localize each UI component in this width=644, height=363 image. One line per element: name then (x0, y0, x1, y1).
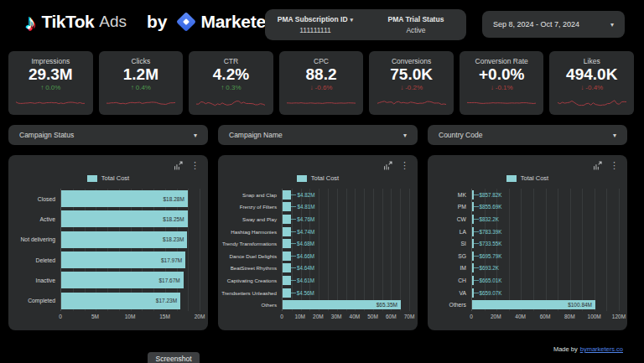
kpi-title: CPC (279, 57, 364, 65)
bar-rows: $4.82M$4.81M$4.76M$4.74M$4.68M$4.66M$4.6… (283, 189, 409, 311)
kebab-menu-icon[interactable]: ⋮ (610, 161, 619, 170)
axis-tick: 70M (404, 314, 415, 319)
category-label: Others (226, 298, 282, 311)
caret-down-icon: ▾ (351, 17, 354, 23)
leader-line (474, 267, 479, 268)
category-label: Hashtag Harmonies (226, 226, 282, 238)
total-cost-bar[interactable]: $17.23M (61, 293, 180, 309)
total-cost-bar[interactable]: $18.25M (61, 210, 188, 227)
category-label: Sway and Play (226, 213, 282, 226)
kpi-title: Impressions (8, 57, 93, 65)
bar-value-label: $18.28M (164, 196, 188, 202)
chart-plot-area: ClosedActiveNot deliveringDeletedInactiv… (17, 189, 200, 311)
bar-value-text: $4.76M (297, 216, 314, 222)
bar-value-label: $832.2K (474, 216, 499, 222)
plot: $4.82M$4.81M$4.76M$4.74M$4.68M$4.66M$4.6… (282, 189, 409, 311)
filter-dropdown-country-code[interactable]: Country Code▾ (428, 125, 627, 145)
bar-row: $17.97M (61, 250, 200, 270)
bar-value-text: $4.66M (297, 253, 314, 259)
total-cost-bar[interactable] (283, 202, 291, 211)
category-label: CW (436, 213, 471, 226)
axis-tick: 10M (125, 314, 136, 319)
bar-value-label: $17.67M (158, 277, 183, 283)
charts-row: ⋮Total CostClosedActiveNot deliveringDel… (8, 155, 627, 330)
kpi-delta-value: 0.4% (136, 84, 151, 91)
export-chart-icon[interactable] (383, 161, 392, 170)
kpi-value: 494.0K (549, 65, 634, 83)
category-label: Captivating Creations (226, 274, 282, 287)
arrow-down-icon: ↓ (580, 84, 584, 91)
kebab-menu-icon[interactable]: ⋮ (190, 161, 200, 170)
bar-value-label: $665.01K (474, 277, 502, 283)
total-cost-bar[interactable] (283, 190, 291, 200)
category-label: BeatStreet Rhythms (226, 262, 282, 275)
kpi-card-likes: Likes494.0K↓-0.4% (549, 51, 634, 115)
axis-tick: 0 (470, 314, 473, 319)
date-range-picker[interactable]: Sep 8, 2024 - Oct 7, 2024 ▾ (482, 11, 625, 38)
category-label: Completed (17, 291, 60, 311)
pma-subscription-dropdown[interactable]: PMA Subscription ID▾ 111111111 (265, 15, 366, 34)
axis-tick: 60M (386, 314, 397, 319)
total-cost-bar[interactable] (283, 227, 291, 236)
bar-row: $18.23M (61, 230, 200, 250)
category-label: VA (436, 287, 471, 299)
total-cost-bar[interactable] (283, 215, 291, 224)
kpi-sparkline-chart (460, 94, 544, 112)
legend-swatch (297, 175, 307, 182)
total-cost-bar[interactable]: $17.97M (61, 252, 185, 268)
category-labels: ClosedActiveNot deliveringDeletedInactiv… (17, 189, 60, 311)
total-cost-bar[interactable]: $18.28M (61, 190, 188, 207)
bar-value-label: $857.82K (474, 192, 502, 198)
bar-value-label: $855.69K (474, 204, 502, 210)
kpi-card-conversions: Conversions75.0K↓-0.2% (369, 51, 454, 115)
axis-tick: 0 (59, 314, 62, 319)
kpi-card-cpc: CPC88.2↓-0.6% (279, 51, 364, 115)
arrow-down-icon: ↓ (491, 84, 494, 91)
total-cost-bar[interactable] (283, 288, 291, 298)
total-cost-bar[interactable]: $18.23M (61, 231, 187, 248)
bar-rows: $857.82K$855.69K$832.2K$783.39K$733.55K$… (472, 189, 619, 311)
export-chart-icon[interactable] (174, 161, 183, 170)
export-chart-icon[interactable] (593, 161, 602, 170)
kpi-value: 1.2M (99, 65, 184, 83)
kebab-menu-icon[interactable]: ⋮ (400, 161, 409, 170)
axis-tick: 5M (91, 314, 99, 319)
total-cost-bar[interactable] (283, 263, 291, 272)
filter-row: Campaign Status▾Campaign Name▾Country Co… (8, 125, 627, 145)
bymarketers-link[interactable]: bymarketers.co (580, 345, 623, 353)
leader-line (291, 231, 296, 232)
bar-value-label: $100.84M (568, 302, 595, 308)
total-cost-bar[interactable] (283, 276, 291, 285)
leader-line (474, 293, 479, 293)
bar-value-text: $4.68M (297, 241, 314, 246)
category-label: IM (436, 262, 471, 275)
kpi-title: Conversion Rate (460, 57, 544, 65)
category-label: Snap and Clap (226, 189, 282, 201)
plot: $18.28M$18.25M$18.23M$17.97M$17.67M$17.2… (60, 189, 200, 311)
filter-dropdown-campaign-status[interactable]: Campaign Status▾ (8, 125, 208, 145)
bar-row: $693.2K (472, 262, 619, 275)
bar-value-text: $693.2K (480, 265, 499, 271)
total-cost-bar[interactable]: $65.35M (283, 300, 401, 309)
total-cost-bar[interactable]: $17.67M (61, 272, 184, 288)
kpi-card-ctr: CTR4.2%↑0.3% (189, 51, 273, 115)
category-label: SI (436, 237, 471, 250)
category-label: Closed (17, 189, 60, 209)
legend-swatch (506, 175, 517, 182)
total-cost-bar[interactable] (283, 252, 291, 261)
kpi-delta-value: -0.1% (496, 84, 513, 91)
kpi-value: 88.2 (279, 65, 364, 83)
bar-row: $733.55K (472, 237, 619, 250)
screenshot-button[interactable]: Screenshot (148, 352, 200, 363)
total-cost-bar[interactable]: $100.84M (472, 300, 595, 309)
chart-actions: ⋮ (593, 161, 619, 170)
gridline (619, 189, 620, 311)
bar-value-label: $4.68M (291, 241, 314, 246)
axis-tick: 40M (350, 314, 361, 319)
filter-dropdown-campaign-name[interactable]: Campaign Name▾ (218, 125, 418, 145)
total-cost-bar[interactable] (283, 239, 291, 248)
kpi-sparkline-chart (369, 94, 454, 112)
ads-logo-text: Ads (99, 13, 127, 31)
tiktok-ads-logo: ♪ TikTok Ads by Marketers (25, 11, 282, 33)
kpi-title: Likes (549, 57, 634, 65)
